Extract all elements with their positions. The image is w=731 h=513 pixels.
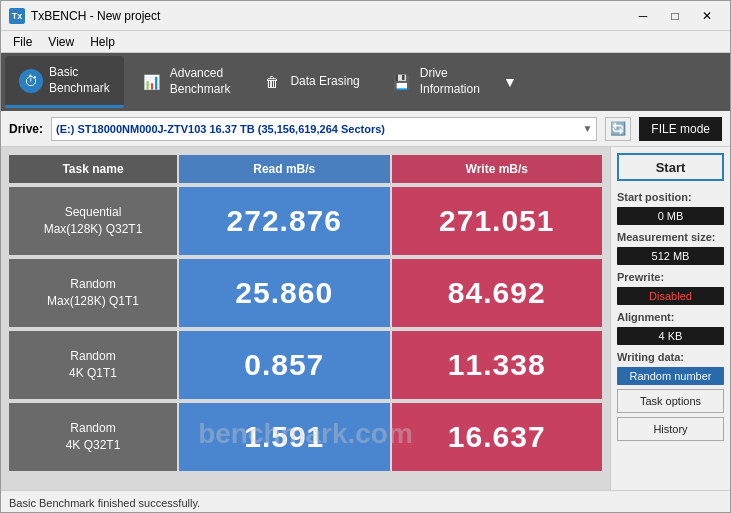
- basic-benchmark-icon: ⏱: [19, 69, 43, 93]
- start-position-value: 0 MB: [617, 207, 724, 225]
- measurement-size-value: 512 MB: [617, 247, 724, 265]
- close-button[interactable]: ✕: [692, 6, 722, 26]
- history-button[interactable]: History: [617, 417, 724, 441]
- row-1-read: 272.876: [179, 187, 392, 255]
- writing-data-label: Writing data:: [617, 351, 724, 363]
- row-4-name: Random4K Q32T1: [9, 403, 179, 471]
- toolbar-advanced-benchmark[interactable]: 📊 Advanced Benchmark: [126, 56, 245, 108]
- data-erasing-label: Data Erasing: [290, 74, 359, 90]
- task-options-button[interactable]: Task options: [617, 389, 724, 413]
- row-4-read: 1.591: [179, 403, 392, 471]
- toolbar-drive-info[interactable]: 💾 Drive Information: [376, 56, 494, 108]
- maximize-button[interactable]: □: [660, 6, 690, 26]
- right-panel: Start Start position: 0 MB Measurement s…: [610, 147, 730, 490]
- row-1-name: SequentialMax(128K) Q32T1: [9, 187, 179, 255]
- start-button[interactable]: Start: [617, 153, 724, 181]
- col-header-read: Read mB/s: [179, 155, 392, 183]
- drive-select-text: (E:) ST18000NM000J-ZTV103 16.37 TB (35,1…: [56, 123, 582, 135]
- data-erasing-icon: 🗑: [260, 70, 284, 94]
- drive-select-arrow-icon: ▼: [582, 123, 592, 134]
- drive-label: Drive:: [9, 122, 43, 136]
- row-4-write: 16.637: [392, 403, 603, 471]
- table-row: RandomMax(128K) Q1T1 25.860 84.692: [9, 259, 602, 327]
- title-bar: Tx TxBENCH - New project ─ □ ✕: [1, 1, 730, 31]
- status-bar: Basic Benchmark finished successfully.: [1, 490, 730, 513]
- prewrite-value: Disabled: [617, 287, 724, 305]
- table-row: Random4K Q32T1 1.591 16.637: [9, 403, 602, 471]
- drive-refresh-button[interactable]: 🔄: [605, 117, 631, 141]
- row-3-write: 11.338: [392, 331, 603, 399]
- toolbar-basic-benchmark[interactable]: ⏱ Basic Benchmark: [5, 56, 124, 108]
- table-header: Task name Read mB/s Write mB/s: [9, 155, 602, 183]
- row-2-write: 84.692: [392, 259, 603, 327]
- toolbar-data-erasing[interactable]: 🗑 Data Erasing: [246, 56, 373, 108]
- file-mode-button[interactable]: FILE mode: [639, 117, 722, 141]
- alignment-label: Alignment:: [617, 311, 724, 323]
- row-1-write: 271.051: [392, 187, 603, 255]
- basic-benchmark-label: Basic Benchmark: [49, 65, 110, 96]
- main-content: Task name Read mB/s Write mB/s Sequentia…: [1, 147, 730, 490]
- writing-data-value: Random number: [617, 367, 724, 385]
- row-3-name: Random4K Q1T1: [9, 331, 179, 399]
- row-3-read: 0.857: [179, 331, 392, 399]
- title-bar-controls: ─ □ ✕: [628, 6, 722, 26]
- window-title: TxBENCH - New project: [31, 9, 160, 23]
- minimize-button[interactable]: ─: [628, 6, 658, 26]
- drive-info-icon: 💾: [390, 70, 414, 94]
- advanced-benchmark-label: Advanced Benchmark: [170, 66, 231, 97]
- prewrite-label: Prewrite:: [617, 271, 724, 283]
- benchmark-area: Task name Read mB/s Write mB/s Sequentia…: [1, 147, 610, 490]
- alignment-value: 4 KB: [617, 327, 724, 345]
- col-header-write: Write mB/s: [392, 155, 603, 183]
- toolbar-dropdown-button[interactable]: ▼: [496, 56, 524, 108]
- drive-bar: Drive: (E:) ST18000NM000J-ZTV103 16.37 T…: [1, 111, 730, 147]
- start-position-label: Start position:: [617, 191, 724, 203]
- row-2-read: 25.860: [179, 259, 392, 327]
- toolbar: ⏱ Basic Benchmark 📊 Advanced Benchmark 🗑…: [1, 53, 730, 111]
- menu-view[interactable]: View: [40, 33, 82, 51]
- drive-select[interactable]: (E:) ST18000NM000J-ZTV103 16.37 TB (35,1…: [51, 117, 597, 141]
- menu-help[interactable]: Help: [82, 33, 123, 51]
- table-row: SequentialMax(128K) Q32T1 272.876 271.05…: [9, 187, 602, 255]
- app-icon: Tx: [9, 8, 25, 24]
- menu-bar: File View Help: [1, 31, 730, 53]
- row-2-name: RandomMax(128K) Q1T1: [9, 259, 179, 327]
- measurement-size-label: Measurement size:: [617, 231, 724, 243]
- title-bar-left: Tx TxBENCH - New project: [9, 8, 160, 24]
- col-header-task: Task name: [9, 155, 179, 183]
- menu-file[interactable]: File: [5, 33, 40, 51]
- table-row: Random4K Q1T1 0.857 11.338: [9, 331, 602, 399]
- drive-info-label: Drive Information: [420, 66, 480, 97]
- status-text: Basic Benchmark finished successfully.: [9, 497, 200, 509]
- advanced-benchmark-icon: 📊: [140, 70, 164, 94]
